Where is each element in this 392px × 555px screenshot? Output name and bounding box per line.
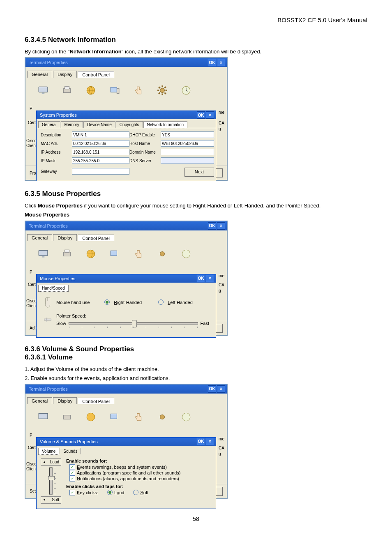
- volume-sounds-dialog: Volume & Sounds Properties OK × Volume S…: [36, 437, 216, 509]
- inp-ip[interactable]: [72, 149, 129, 155]
- radio-right[interactable]: [104, 299, 110, 305]
- sp-tab-device[interactable]: Device Name: [83, 121, 115, 128]
- inp-mac[interactable]: [72, 140, 129, 147]
- radio-loud[interactable]: [107, 490, 113, 495]
- screenshot-network-info: Terminal Properties OK × General Display…: [25, 57, 228, 181]
- printer-icon[interactable]: [60, 84, 74, 97]
- side-cisco: Cisco: [26, 138, 37, 143]
- computer-icon[interactable]: [108, 411, 122, 423]
- section-635-title: 6.3.5 Mouse Properties: [25, 190, 367, 198]
- next-button[interactable]: Next: [184, 168, 214, 177]
- cb-events[interactable]: ✓: [69, 464, 75, 470]
- outer-title-3: Terminal Properties: [27, 387, 207, 391]
- vol-ok-button[interactable]: OK: [197, 438, 205, 445]
- outer-close-button-2[interactable]: ×: [217, 222, 225, 230]
- svg-rect-22: [65, 250, 69, 253]
- inp-dhcp[interactable]: [161, 131, 214, 138]
- tab-display[interactable]: Display: [53, 71, 77, 78]
- gear-icon[interactable]: [155, 84, 169, 97]
- lbl-events: Events (warnings, beeps and system event…: [77, 465, 167, 470]
- radio-soft[interactable]: [133, 490, 138, 495]
- inp-domain[interactable]: [161, 149, 214, 155]
- lbl-notif: Notifications (alarms, appointments and …: [77, 476, 179, 481]
- intro-post: " icon, all the existing network informa…: [122, 48, 262, 55]
- monitor-icon[interactable]: [36, 84, 50, 97]
- tab-display-2[interactable]: Display: [53, 234, 77, 241]
- outer-close-button[interactable]: ×: [217, 59, 225, 66]
- outer-close-button-3[interactable]: ×: [217, 385, 225, 393]
- sp-tab-memory[interactable]: Memory: [61, 121, 83, 128]
- tab-general-2[interactable]: General: [27, 234, 52, 241]
- hand-cursor-icon[interactable]: [131, 411, 145, 423]
- hand-cursor-icon[interactable]: [131, 248, 145, 260]
- page-number: 58: [25, 516, 367, 522]
- volume-slider[interactable]: [49, 467, 53, 495]
- vol-close-button[interactable]: ×: [206, 438, 214, 445]
- gear-icon[interactable]: [155, 248, 169, 260]
- side-cert: Cert: [28, 120, 36, 125]
- svg-rect-29: [46, 318, 47, 321]
- globe-icon[interactable]: [84, 84, 98, 97]
- tab-display-3[interactable]: Display: [53, 397, 77, 404]
- side-ca-3: CA: [219, 445, 224, 451]
- tab-general[interactable]: General: [27, 71, 52, 78]
- gear-icon[interactable]: [155, 411, 169, 423]
- cb-notif[interactable]: ✓: [69, 476, 75, 481]
- sysprops-ok-button[interactable]: OK: [197, 111, 205, 119]
- mouse-title: Mouse Properties: [38, 276, 196, 281]
- svg-point-26: [182, 250, 190, 258]
- loud-spin[interactable]: ▲Loud: [41, 458, 61, 466]
- outer-title: Terminal Properties: [27, 60, 207, 65]
- vol-tab-volume[interactable]: Volume: [38, 448, 59, 455]
- globe-icon[interactable]: [84, 248, 98, 260]
- side-p: P: [30, 106, 32, 111]
- svg-rect-31: [63, 415, 70, 419]
- sysprops-close-button[interactable]: ×: [206, 111, 214, 119]
- monitor-icon[interactable]: [36, 248, 50, 260]
- computer-icon[interactable]: [108, 84, 122, 97]
- inp-host[interactable]: [161, 140, 214, 147]
- outer-ok-button[interactable]: OK: [208, 59, 216, 66]
- cb-key[interactable]: ✓: [69, 490, 75, 495]
- sp-tab-network[interactable]: Network Information: [143, 121, 187, 128]
- hand-cursor-icon[interactable]: [131, 84, 145, 97]
- side-cisco-2: Cisco: [26, 299, 37, 304]
- outer-ok-button-2[interactable]: OK: [208, 222, 216, 230]
- outer-ok-button-3[interactable]: OK: [208, 385, 216, 393]
- clock-icon[interactable]: [179, 248, 193, 260]
- cb-apps[interactable]: ✓: [69, 470, 75, 476]
- clock-icon[interactable]: [179, 84, 193, 97]
- computer-icon[interactable]: [108, 248, 122, 260]
- outer-titlebar: Terminal Properties OK ×: [25, 58, 227, 67]
- side-g-3: g: [219, 451, 224, 457]
- mouse-close-button[interactable]: ×: [206, 275, 214, 282]
- lbl-dns: DNS Server: [129, 159, 161, 163]
- printer-icon[interactable]: [60, 248, 74, 260]
- inp-gateway[interactable]: [72, 168, 129, 175]
- arrow-up-icon: ▲: [43, 460, 46, 464]
- tab-general-3[interactable]: General: [27, 397, 52, 404]
- tab-control-panel-3[interactable]: Control Panel: [78, 398, 114, 405]
- globe-icon[interactable]: [84, 411, 98, 423]
- lbl-mask: IP Mask: [41, 159, 72, 163]
- printer-icon[interactable]: [60, 411, 74, 423]
- outer-title-2: Terminal Properties: [27, 223, 207, 228]
- vol-tab-sounds[interactable]: Sounds: [60, 448, 81, 454]
- mouse-ok-button[interactable]: OK: [197, 275, 205, 282]
- outer-titlebar-3: Terminal Properties OK ×: [25, 385, 227, 394]
- inp-mask[interactable]: [72, 157, 129, 164]
- sp-tab-copyrights[interactable]: Copyrights: [116, 121, 143, 128]
- tab-control-panel-2[interactable]: Control Panel: [78, 235, 114, 242]
- pointer-speed-slider[interactable]: [69, 322, 198, 325]
- tab-control-panel[interactable]: Control Panel: [78, 71, 114, 78]
- soft-spin[interactable]: ▼Soft: [41, 496, 61, 504]
- mouse-tab-handspeed[interactable]: Hand/Speed: [38, 285, 69, 292]
- inp-description[interactable]: [72, 131, 129, 138]
- radio-left[interactable]: [158, 299, 164, 305]
- svg-line-15: [159, 93, 160, 94]
- cpl-icon-row: [30, 82, 223, 98]
- monitor-icon[interactable]: [36, 411, 50, 423]
- sp-tab-general[interactable]: General: [38, 121, 60, 128]
- inp-dns[interactable]: [161, 157, 214, 164]
- clock-icon[interactable]: [179, 411, 193, 423]
